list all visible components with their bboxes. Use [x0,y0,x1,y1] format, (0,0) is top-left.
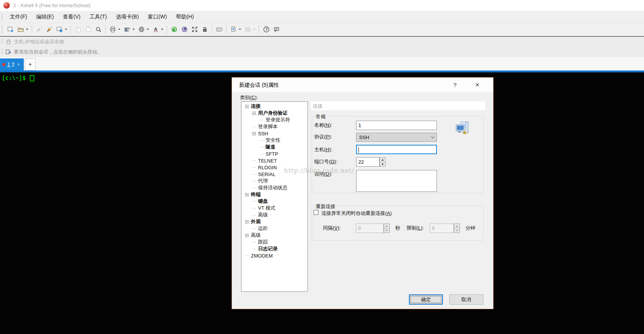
lock-screen-icon[interactable] [200,25,210,35]
cancel-button[interactable]: 取消 [449,294,483,305]
tree-item-telnet[interactable]: TELNET [241,157,307,164]
tree-item-terminal-advanced[interactable]: 高级 [241,211,307,218]
tree-item-keep-alive[interactable]: 保持活动状态 [241,184,307,191]
protocol-select[interactable]: SSH [356,133,437,142]
collapse-icon[interactable] [245,105,249,108]
xmanager-launch-icon[interactable] [179,25,189,35]
new-window-icon[interactable] [228,25,238,35]
session-computer-icon [455,121,470,136]
menu-bar: 文件(F) 编辑(E) 查看(V) 工具(T) 选项卡(B) 窗口(W) 帮助(… [0,11,644,23]
reconnect-icon[interactable] [44,25,54,35]
font-icon[interactable]: A [151,25,161,35]
menu-file[interactable]: 文件(F) [5,12,32,22]
spin-down-icon [454,228,460,233]
tree-item-trace[interactable]: 跟踪 [241,239,307,245]
toolbar: A ? [0,23,644,36]
new-window-dropdown-icon[interactable] [239,29,241,30]
find-icon[interactable] [93,25,103,35]
host-label: 主机(H): [314,146,332,153]
menu-tools[interactable]: 工具(T) [85,12,111,22]
port-input[interactable] [356,157,380,167]
spin-down-icon[interactable] [380,162,385,166]
tab-close-icon[interactable]: ✕ [17,63,20,66]
window-title: 2 - Xshell 5 (Free for Home/School) [13,3,90,8]
tab-bar: 1 2 ✕ + [0,57,644,70]
auto-reconnect-label: 连接异常关闭时自动重新连接(A) [321,210,392,217]
fullscreen-icon[interactable] [189,25,200,35]
tree-item-appearance[interactable]: 外观 [241,218,307,225]
new-session-icon[interactable] [5,25,15,35]
protocol-label: 协议(P): [314,133,332,140]
app-icon [3,2,10,9]
font-dropdown-icon[interactable] [161,29,163,30]
menu-tabs[interactable]: 选项卡(B) [111,12,143,22]
menu-window[interactable]: 窗口(W) [143,12,172,22]
ok-button[interactable]: 确定 [409,294,443,305]
tree-item-keyboard[interactable]: 键盘 [241,198,307,205]
session-properties-icon[interactable] [54,25,65,35]
menu-view[interactable]: 查看(V) [58,12,85,22]
tree-item-rlogin[interactable]: RLOGIN [241,164,307,171]
tree-item-login-prompt[interactable]: 登录提示符 [241,116,307,123]
tree-item-tunnel[interactable]: 隧道 [241,144,307,150]
category-label: 类别(C): [240,94,258,101]
tree-item-vt-mode[interactable]: VT 模式 [241,205,307,211]
xshell-window: 2 - Xshell 5 (Free for Home/School) 文件(F… [0,0,644,334]
tree-item-ssh[interactable]: SSH [241,130,307,137]
add-session-arrow-icon[interactable] [5,49,11,55]
collapse-icon[interactable] [245,234,249,237]
xftp-launch-icon[interactable] [169,25,179,35]
toolbar-separator [71,25,71,34]
new-tab-button[interactable]: + [25,58,35,70]
tree-item-security[interactable]: 安全性 [241,137,307,144]
host-address-input[interactable] [14,39,248,44]
dialog-close-button[interactable]: ✕ [471,80,484,90]
tree-item-margin[interactable]: 边距 [241,225,307,232]
web-browser-icon[interactable] [136,25,146,35]
spin-down-icon [384,228,389,233]
tree-item-authentication[interactable]: 用户身份验证 [241,110,307,116]
spin-up-icon[interactable] [380,158,385,162]
limit-label: 限制(L): [407,225,424,231]
tab-number: 1 [7,61,10,67]
tree-item-sftp[interactable]: SFTP [241,150,307,157]
color-scheme-icon[interactable] [122,25,132,35]
toolbar-separator [32,25,32,34]
menu-help[interactable]: 帮助(H) [171,12,198,22]
virtual-keyboard-icon[interactable] [214,25,224,35]
auto-reconnect-checkbox[interactable] [314,210,318,215]
tree-item-terminal[interactable]: 终端 [241,191,307,198]
menu-edit[interactable]: 编辑(E) [32,12,58,22]
tab-title: 2 [12,61,15,67]
print-dropdown-icon[interactable] [118,29,120,30]
dialog-help-button[interactable]: ? [449,80,461,90]
collapse-icon[interactable] [252,132,256,135]
collapse-icon[interactable] [245,220,249,224]
reconnect-group-label: 重新连接 [314,203,337,210]
toolbar-grip [2,25,3,34]
toolbar-separator [212,25,212,34]
open-session-dropdown-icon[interactable] [26,29,28,30]
tree-item-connection[interactable]: 连接 [241,103,307,110]
session-properties-dropdown-icon[interactable] [65,29,67,30]
tree-item-logging[interactable]: 日志记录 [241,245,307,252]
toolbar-separator [226,25,226,34]
collapse-icon[interactable] [245,193,249,196]
dialog-title-bar: 新建会话 (5)属性 ? ✕ [232,78,493,92]
help-icon[interactable]: ? [261,25,271,35]
tree-item-advanced-section[interactable]: 高级 [241,232,307,239]
tree-item-login-script[interactable]: 登录脚本 [241,123,307,130]
tree-item-proxy[interactable]: 代理 [241,178,307,184]
feedback-icon[interactable] [271,25,281,35]
print-icon[interactable] [108,25,118,35]
tree-item-serial[interactable]: SERIAL [241,171,307,178]
open-session-icon[interactable] [15,25,26,35]
description-textarea[interactable] [356,170,437,192]
color-scheme-dropdown-icon[interactable] [132,29,135,30]
web-browser-dropdown-icon[interactable] [147,29,149,30]
tree-item-zmodem[interactable]: ZMODEM [241,252,307,259]
name-input[interactable] [356,121,437,130]
tab-session[interactable]: 1 2 ✕ [0,58,24,70]
host-input[interactable] [356,145,437,154]
collapse-icon[interactable] [252,112,256,115]
